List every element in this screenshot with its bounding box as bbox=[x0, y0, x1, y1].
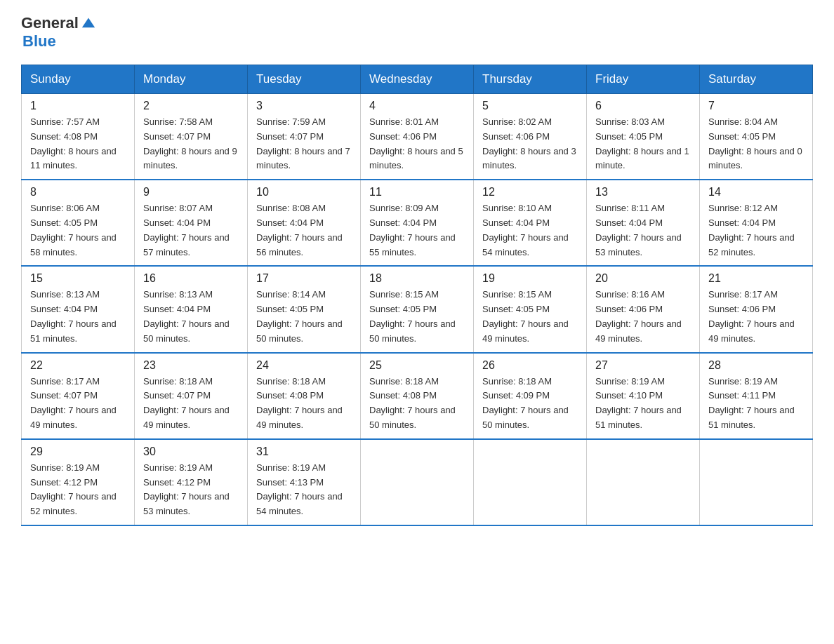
calendar-cell: 3 Sunrise: 7:59 AMSunset: 4:07 PMDayligh… bbox=[248, 94, 361, 180]
day-info: Sunrise: 8:04 AMSunset: 4:05 PMDaylight:… bbox=[708, 116, 802, 170]
calendar-cell: 10 Sunrise: 8:08 AMSunset: 4:04 PMDaylig… bbox=[248, 180, 361, 266]
day-info: Sunrise: 8:06 AMSunset: 4:05 PMDaylight:… bbox=[30, 203, 117, 257]
day-info: Sunrise: 8:15 AMSunset: 4:05 PMDaylight:… bbox=[369, 289, 456, 343]
day-info: Sunrise: 8:17 AMSunset: 4:06 PMDaylight:… bbox=[708, 289, 795, 343]
calendar-cell: 5 Sunrise: 8:02 AMSunset: 4:06 PMDayligh… bbox=[474, 94, 587, 180]
calendar-week-3: 15 Sunrise: 8:13 AMSunset: 4:04 PMDaylig… bbox=[22, 266, 813, 352]
day-number: 18 bbox=[369, 272, 465, 285]
calendar-cell: 29 Sunrise: 8:19 AMSunset: 4:12 PMDaylig… bbox=[22, 439, 135, 525]
day-info: Sunrise: 8:14 AMSunset: 4:05 PMDaylight:… bbox=[256, 289, 343, 343]
day-info: Sunrise: 7:59 AMSunset: 4:07 PMDaylight:… bbox=[256, 116, 350, 170]
calendar-cell: 8 Sunrise: 8:06 AMSunset: 4:05 PMDayligh… bbox=[22, 180, 135, 266]
day-info: Sunrise: 8:09 AMSunset: 4:04 PMDaylight:… bbox=[369, 203, 456, 257]
calendar-cell: 2 Sunrise: 7:58 AMSunset: 4:07 PMDayligh… bbox=[135, 94, 248, 180]
day-info: Sunrise: 8:03 AMSunset: 4:05 PMDaylight:… bbox=[595, 116, 689, 170]
calendar-cell: 4 Sunrise: 8:01 AMSunset: 4:06 PMDayligh… bbox=[361, 94, 474, 180]
calendar-week-4: 22 Sunrise: 8:17 AMSunset: 4:07 PMDaylig… bbox=[22, 353, 813, 439]
day-info: Sunrise: 8:19 AMSunset: 4:13 PMDaylight:… bbox=[256, 462, 343, 516]
calendar-cell: 9 Sunrise: 8:07 AMSunset: 4:04 PMDayligh… bbox=[135, 180, 248, 266]
calendar-cell: 17 Sunrise: 8:14 AMSunset: 4:05 PMDaylig… bbox=[248, 266, 361, 352]
day-number: 22 bbox=[30, 359, 126, 372]
calendar-cell: 12 Sunrise: 8:10 AMSunset: 4:04 PMDaylig… bbox=[474, 180, 587, 266]
day-number: 24 bbox=[256, 359, 352, 372]
day-number: 12 bbox=[482, 186, 578, 199]
day-info: Sunrise: 8:18 AMSunset: 4:09 PMDaylight:… bbox=[482, 376, 569, 430]
day-number: 5 bbox=[482, 100, 578, 112]
day-number: 11 bbox=[369, 186, 465, 199]
logo-blue: Blue bbox=[22, 32, 56, 51]
day-number: 17 bbox=[256, 272, 352, 285]
calendar-cell: 23 Sunrise: 8:18 AMSunset: 4:07 PMDaylig… bbox=[135, 353, 248, 439]
day-info: Sunrise: 8:17 AMSunset: 4:07 PMDaylight:… bbox=[30, 376, 117, 430]
day-info: Sunrise: 8:10 AMSunset: 4:04 PMDaylight:… bbox=[482, 203, 569, 257]
calendar-week-2: 8 Sunrise: 8:06 AMSunset: 4:05 PMDayligh… bbox=[22, 180, 813, 266]
day-number: 16 bbox=[143, 272, 239, 285]
day-number: 21 bbox=[708, 272, 804, 285]
day-number: 23 bbox=[143, 359, 239, 372]
day-number: 2 bbox=[143, 100, 239, 112]
day-info: Sunrise: 8:16 AMSunset: 4:06 PMDaylight:… bbox=[595, 289, 682, 343]
day-info: Sunrise: 8:07 AMSunset: 4:04 PMDaylight:… bbox=[143, 203, 230, 257]
calendar-cell: 26 Sunrise: 8:18 AMSunset: 4:09 PMDaylig… bbox=[474, 353, 587, 439]
col-monday: Monday bbox=[135, 65, 248, 94]
day-info: Sunrise: 7:57 AMSunset: 4:08 PMDaylight:… bbox=[30, 116, 117, 170]
day-info: Sunrise: 8:11 AMSunset: 4:04 PMDaylight:… bbox=[595, 203, 682, 257]
calendar-cell: 11 Sunrise: 8:09 AMSunset: 4:04 PMDaylig… bbox=[361, 180, 474, 266]
page-header: General Blue bbox=[21, 14, 813, 51]
calendar-week-5: 29 Sunrise: 8:19 AMSunset: 4:12 PMDaylig… bbox=[22, 439, 813, 525]
day-info: Sunrise: 8:19 AMSunset: 4:11 PMDaylight:… bbox=[708, 376, 795, 430]
day-info: Sunrise: 8:15 AMSunset: 4:05 PMDaylight:… bbox=[482, 289, 569, 343]
day-number: 9 bbox=[143, 186, 239, 199]
calendar-cell: 6 Sunrise: 8:03 AMSunset: 4:05 PMDayligh… bbox=[587, 94, 700, 180]
col-thursday: Thursday bbox=[474, 65, 587, 94]
calendar-cell: 20 Sunrise: 8:16 AMSunset: 4:06 PMDaylig… bbox=[587, 266, 700, 352]
calendar-cell bbox=[361, 439, 474, 525]
day-number: 25 bbox=[369, 359, 465, 372]
day-number: 28 bbox=[708, 359, 804, 372]
calendar-cell: 19 Sunrise: 8:15 AMSunset: 4:05 PMDaylig… bbox=[474, 266, 587, 352]
day-number: 19 bbox=[482, 272, 578, 285]
calendar-cell: 18 Sunrise: 8:15 AMSunset: 4:05 PMDaylig… bbox=[361, 266, 474, 352]
day-info: Sunrise: 8:19 AMSunset: 4:12 PMDaylight:… bbox=[30, 462, 117, 516]
calendar-cell: 13 Sunrise: 8:11 AMSunset: 4:04 PMDaylig… bbox=[587, 180, 700, 266]
calendar-cell: 7 Sunrise: 8:04 AMSunset: 4:05 PMDayligh… bbox=[700, 94, 813, 180]
day-number: 7 bbox=[708, 100, 804, 112]
day-number: 30 bbox=[143, 445, 239, 458]
calendar-cell: 14 Sunrise: 8:12 AMSunset: 4:04 PMDaylig… bbox=[700, 180, 813, 266]
calendar-week-1: 1 Sunrise: 7:57 AMSunset: 4:08 PMDayligh… bbox=[22, 94, 813, 180]
day-info: Sunrise: 8:19 AMSunset: 4:10 PMDaylight:… bbox=[595, 376, 682, 430]
day-number: 15 bbox=[30, 272, 126, 285]
calendar-cell: 22 Sunrise: 8:17 AMSunset: 4:07 PMDaylig… bbox=[22, 353, 135, 439]
header-row: Sunday Monday Tuesday Wednesday Thursday… bbox=[22, 65, 813, 94]
day-number: 3 bbox=[256, 100, 352, 112]
calendar-cell bbox=[700, 439, 813, 525]
day-number: 4 bbox=[369, 100, 465, 112]
day-number: 8 bbox=[30, 186, 126, 199]
calendar-header: Sunday Monday Tuesday Wednesday Thursday… bbox=[22, 65, 813, 94]
svg-marker-0 bbox=[82, 18, 95, 28]
col-sunday: Sunday bbox=[22, 65, 135, 94]
day-info: Sunrise: 8:18 AMSunset: 4:07 PMDaylight:… bbox=[143, 376, 230, 430]
day-number: 1 bbox=[30, 100, 126, 112]
calendar-body: 1 Sunrise: 7:57 AMSunset: 4:08 PMDayligh… bbox=[22, 94, 813, 525]
calendar-cell: 30 Sunrise: 8:19 AMSunset: 4:12 PMDaylig… bbox=[135, 439, 248, 525]
day-number: 6 bbox=[595, 100, 691, 112]
day-number: 20 bbox=[595, 272, 691, 285]
calendar-cell: 28 Sunrise: 8:19 AMSunset: 4:11 PMDaylig… bbox=[700, 353, 813, 439]
day-number: 27 bbox=[595, 359, 691, 372]
logo-triangle-icon bbox=[81, 15, 96, 30]
day-info: Sunrise: 8:12 AMSunset: 4:04 PMDaylight:… bbox=[708, 203, 795, 257]
calendar-cell: 25 Sunrise: 8:18 AMSunset: 4:08 PMDaylig… bbox=[361, 353, 474, 439]
calendar-cell bbox=[587, 439, 700, 525]
calendar-cell: 1 Sunrise: 7:57 AMSunset: 4:08 PMDayligh… bbox=[22, 94, 135, 180]
day-info: Sunrise: 8:13 AMSunset: 4:04 PMDaylight:… bbox=[143, 289, 230, 343]
day-info: Sunrise: 8:19 AMSunset: 4:12 PMDaylight:… bbox=[143, 462, 230, 516]
col-wednesday: Wednesday bbox=[361, 65, 474, 94]
day-info: Sunrise: 8:01 AMSunset: 4:06 PMDaylight:… bbox=[369, 116, 463, 170]
calendar-cell: 16 Sunrise: 8:13 AMSunset: 4:04 PMDaylig… bbox=[135, 266, 248, 352]
day-info: Sunrise: 8:18 AMSunset: 4:08 PMDaylight:… bbox=[369, 376, 456, 430]
day-info: Sunrise: 7:58 AMSunset: 4:07 PMDaylight:… bbox=[143, 116, 237, 170]
day-number: 10 bbox=[256, 186, 352, 199]
day-number: 31 bbox=[256, 445, 352, 458]
day-info: Sunrise: 8:08 AMSunset: 4:04 PMDaylight:… bbox=[256, 203, 343, 257]
